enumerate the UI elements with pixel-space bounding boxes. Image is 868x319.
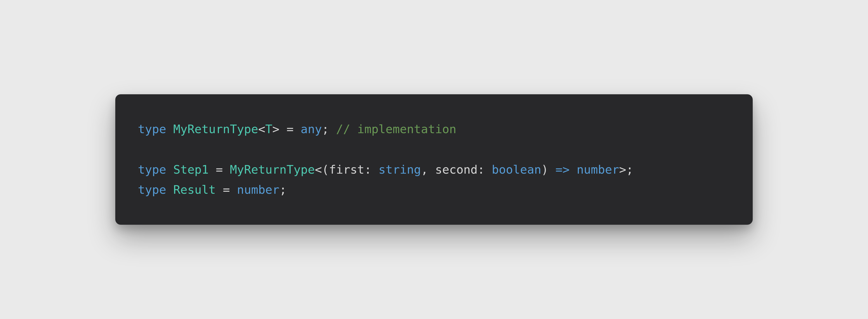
space — [569, 163, 577, 177]
colon: : — [364, 163, 371, 177]
equals: = — [286, 122, 293, 136]
space — [209, 163, 216, 177]
angle-close: > — [619, 163, 626, 177]
param-name: second — [435, 163, 477, 177]
arrow: => — [555, 163, 569, 177]
space — [166, 183, 173, 196]
semicolon: ; — [279, 183, 286, 196]
param-name: first — [329, 163, 364, 177]
primitive-type: number — [577, 163, 619, 177]
space — [216, 183, 223, 196]
space — [166, 163, 173, 177]
code-line-4: type Result = number; — [138, 180, 730, 200]
any-keyword: any — [301, 122, 322, 136]
space — [166, 122, 173, 136]
semicolon: ; — [322, 122, 329, 136]
angle-close: > — [272, 122, 279, 136]
type-name: MyReturnType — [174, 122, 258, 136]
code-block: type MyReturnType<T> = any; // implement… — [115, 94, 753, 225]
semicolon: ; — [626, 163, 633, 177]
keyword-type: type — [138, 163, 166, 177]
code-line-3: type Step1 = MyReturnType<(first: string… — [138, 160, 730, 180]
type-name: Result — [174, 183, 216, 196]
keyword-type: type — [138, 183, 166, 196]
space — [371, 163, 378, 177]
type-name: Step1 — [174, 163, 209, 177]
primitive-type: string — [379, 163, 421, 177]
space — [293, 122, 301, 136]
type-callee: MyReturnType — [230, 163, 315, 177]
angle-open: < — [258, 122, 265, 136]
equals: = — [216, 163, 223, 177]
primitive-type: boolean — [492, 163, 541, 177]
space — [428, 163, 435, 177]
comma: , — [421, 163, 428, 177]
generic-param: T — [266, 122, 272, 136]
code-line-1: type MyReturnType<T> = any; // implement… — [138, 119, 730, 139]
angle-open: < — [315, 163, 322, 177]
paren-open: ( — [322, 163, 329, 177]
space — [485, 163, 492, 177]
comment: // implementation — [336, 122, 456, 136]
space — [279, 122, 286, 136]
code-line-blank — [138, 139, 730, 159]
equals: = — [223, 183, 230, 196]
space — [223, 163, 230, 177]
space — [329, 122, 336, 136]
paren-close: ) — [541, 163, 548, 177]
primitive-type: number — [237, 183, 279, 196]
colon: : — [477, 163, 485, 177]
keyword-type: type — [138, 122, 166, 136]
space — [230, 183, 237, 196]
space — [548, 163, 555, 177]
